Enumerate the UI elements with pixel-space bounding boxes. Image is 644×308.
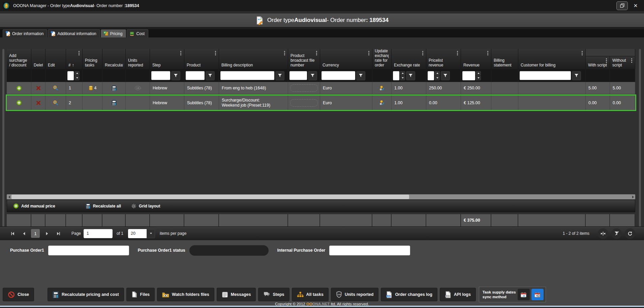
units-reported-button[interactable]: 1·9 Units reported: [331, 288, 378, 301]
column-menu-icon[interactable]: [215, 51, 216, 52]
column-header-billing-statement[interactable]: Billing statement: [491, 49, 518, 69]
column-menu-icon[interactable]: [606, 58, 607, 59]
right-edge-scroll-strip[interactable]: [639, 49, 641, 241]
spinner-up-button[interactable]: [74, 71, 80, 76]
tab-pricing[interactable]: Pricing: [101, 29, 126, 37]
spinner-up-button[interactable]: [476, 71, 481, 76]
spinner-down-button[interactable]: [435, 76, 440, 80]
tab-cost[interactable]: Cost: [127, 29, 148, 37]
page-size-select[interactable]: 20: [128, 229, 155, 238]
purchase-order1-status-field[interactable]: [189, 245, 269, 256]
next-page-button[interactable]: [42, 229, 51, 238]
internal-purchase-order-input[interactable]: [329, 246, 410, 255]
column-header-edit[interactable]: Edit: [45, 49, 66, 69]
recalculate-cell[interactable]: [102, 95, 126, 110]
spinner-down-button[interactable]: [476, 76, 481, 80]
grid-layout-button[interactable]: Grid layout: [128, 203, 163, 209]
sync-manual-option-button[interactable]: [518, 289, 530, 300]
scroll-left-button[interactable]: [7, 194, 11, 199]
column-header-pricelist-revenue[interactable]: Pricelist revenue: [426, 49, 461, 69]
column-menu-icon[interactable]: [487, 51, 488, 52]
tab-order-information[interactable]: i Order information: [3, 29, 47, 37]
column-header-customer-for-billing[interactable]: Customer for billing: [518, 49, 586, 69]
billing-description-filter-button[interactable]: [275, 71, 284, 80]
last-page-button[interactable]: [54, 229, 63, 238]
update-exchange-rate-cell[interactable]: [372, 95, 392, 110]
api-logs-button[interactable]: LOG API logs: [440, 288, 476, 301]
column-header-pricing-tasks[interactable]: Pricing tasks: [83, 49, 102, 69]
column-header-update-exchange-rate[interactable]: Update exchange rate for order: [372, 49, 392, 69]
column-header-product[interactable]: Product: [184, 49, 219, 69]
spinner-up-button[interactable]: [400, 71, 405, 76]
pricing-row-2-selected[interactable]: 2 Hebrew Subtitles (78) Surcharge/Discou…: [6, 94, 636, 111]
broadcast-number-filter-input[interactable]: [289, 71, 307, 80]
broadcast-number-filter-button[interactable]: [308, 71, 317, 80]
refresh-button[interactable]: [625, 228, 635, 239]
fit-columns-button[interactable]: [598, 228, 608, 239]
column-header-without-script[interactable]: Without script: [610, 56, 635, 69]
pricing-row-1[interactable]: 1 4 1-9 Hebrew Subtitles (78) From eng t…: [7, 82, 635, 94]
pricing-tasks-cell[interactable]: 4: [83, 82, 102, 94]
column-header-billing-description[interactable]: Billing description: [219, 49, 288, 69]
pricelist-revenue-filter-button[interactable]: [441, 71, 450, 80]
edit-cell[interactable]: [45, 82, 66, 94]
exchange-rate-filter-button[interactable]: [406, 71, 415, 80]
purchase-order1-input[interactable]: [48, 246, 129, 255]
billing-description-filter-input[interactable]: [220, 71, 274, 80]
column-header-exchange-rate[interactable]: Exchange rate: [392, 49, 426, 69]
product-filter-button[interactable]: [206, 71, 215, 80]
scrollbar-thumb[interactable]: [11, 195, 409, 199]
first-page-button[interactable]: [8, 229, 17, 238]
column-menu-icon[interactable]: [316, 51, 317, 52]
scroll-right-button[interactable]: [631, 194, 635, 199]
column-header-with-script[interactable]: With script: [586, 56, 610, 69]
previous-page-button[interactable]: [20, 229, 28, 238]
current-page-button[interactable]: 1: [31, 229, 40, 238]
add-surcharge-cell[interactable]: [7, 82, 31, 94]
column-menu-icon[interactable]: [284, 51, 285, 52]
all-tasks-button[interactable]: All tasks: [292, 288, 329, 301]
pricelist-revenue-filter-input[interactable]: [428, 71, 434, 80]
watch-folders-files-button[interactable]: Watch folders files: [157, 288, 214, 301]
spinner-down-button[interactable]: [74, 76, 80, 80]
column-menu-icon[interactable]: [631, 58, 632, 59]
currency-filter-input[interactable]: [321, 71, 355, 80]
column-menu-icon[interactable]: [368, 51, 369, 52]
column-header-revenue[interactable]: Revenue: [461, 49, 491, 69]
files-button[interactable]: Files: [126, 288, 155, 301]
product-filter-input[interactable]: [186, 71, 205, 80]
add-surcharge-cell[interactable]: [7, 95, 31, 110]
recalculate-pricing-cost-button[interactable]: Recalculate pricing and cost: [48, 288, 124, 301]
edit-cell[interactable]: [45, 95, 66, 110]
add-manual-price-button[interactable]: Add manual price: [10, 203, 58, 209]
tab-additional-information[interactable]: Additional information: [48, 29, 100, 37]
window-close-button[interactable]: ✕: [630, 1, 641, 10]
column-header-delete[interactable]: Delete: [31, 49, 45, 69]
currency-filter-button[interactable]: [356, 71, 365, 80]
number-filter-input[interactable]: [67, 71, 74, 80]
broadcast-number-cell[interactable]: [288, 82, 320, 94]
column-header-add-surcharge-discount[interactable]: Add surcharge / discount: [7, 49, 31, 69]
column-header-recalculate[interactable]: Recalculate: [102, 49, 126, 69]
column-header-units-reported[interactable]: Units reported: [126, 49, 150, 69]
spinner-down-button[interactable]: [400, 76, 405, 80]
column-menu-icon[interactable]: [582, 51, 583, 52]
column-header-currency[interactable]: Currency: [320, 49, 372, 69]
column-header-product-broadcast-file-number[interactable]: Product broadcast file number: [288, 49, 320, 69]
page-number-input[interactable]: [84, 229, 113, 238]
recalculate-all-button[interactable]: Recalculate all: [83, 203, 124, 209]
column-menu-icon[interactable]: [79, 51, 80, 52]
recalculate-cell[interactable]: [102, 82, 126, 94]
column-header-number[interactable]: #↑: [66, 49, 83, 69]
steps-button[interactable]: Steps: [258, 288, 289, 301]
broadcast-number-cell[interactable]: [288, 95, 320, 110]
delete-cell[interactable]: [31, 82, 45, 94]
clear-filters-button[interactable]: [611, 228, 622, 239]
close-button[interactable]: Close: [3, 288, 34, 301]
column-header-step[interactable]: Step: [150, 49, 184, 69]
horizontal-scrollbar[interactable]: [7, 194, 635, 199]
order-changes-log-button[interactable]: LOG Order changes log: [381, 288, 437, 301]
messages-button[interactable]: Messages: [217, 288, 256, 301]
update-exchange-rate-cell[interactable]: [372, 82, 392, 94]
step-filter-button[interactable]: [171, 71, 180, 80]
